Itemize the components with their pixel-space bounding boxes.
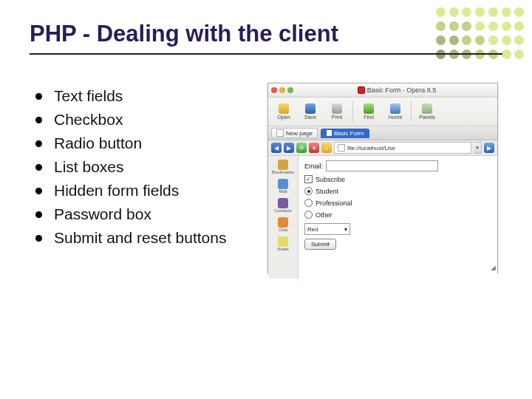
separator <box>352 101 353 122</box>
tab-bar: New page Basic Form <box>268 126 497 140</box>
find-icon <box>364 103 374 114</box>
page-icon <box>338 144 345 151</box>
list-item: Radio button <box>35 134 265 152</box>
sidebar-item-mail[interactable]: Mail <box>268 177 298 196</box>
radio-other[interactable] <box>304 211 313 219</box>
find-button[interactable]: Find <box>356 100 381 123</box>
sidebar-item-chat[interactable]: Chat <box>268 215 298 234</box>
panels-icon <box>422 103 432 114</box>
browser-sidebar: Bookmarks Mail Contacts Chat Notes <box>268 156 299 279</box>
folder-icon <box>279 103 289 114</box>
document-icon <box>327 130 332 136</box>
sidebar-item-contacts[interactable]: Contacts <box>268 196 298 215</box>
bullet-list: Text fields Checkbox Radio button List b… <box>35 81 265 253</box>
home-icon <box>390 103 400 114</box>
traffic-lights[interactable] <box>271 87 293 93</box>
subscribe-checkbox[interactable]: ✓ <box>304 175 313 183</box>
form-page: Email: ✓ Subscribe Student Professional … <box>299 156 497 279</box>
printer-icon <box>332 103 342 114</box>
list-item: Checkbox <box>35 111 265 129</box>
resize-handle[interactable]: ◢ <box>491 264 496 271</box>
list-item: Submit and reset buttons <box>35 229 265 247</box>
new-page-button[interactable]: New page <box>271 128 318 138</box>
address-dropdown[interactable]: ▼ <box>474 142 482 154</box>
bookmarks-icon <box>278 160 288 170</box>
radio-student[interactable] <box>304 187 313 195</box>
print-button[interactable]: Print <box>324 100 349 123</box>
color-select[interactable]: Red ▾ <box>304 223 350 235</box>
email-field[interactable] <box>326 160 438 171</box>
open-button[interactable]: Open <box>271 100 296 123</box>
tab-basic-form[interactable]: Basic Form <box>321 129 369 138</box>
home-nav-button[interactable]: ⌂ <box>321 143 332 153</box>
zoom-icon[interactable] <box>287 87 293 93</box>
radio-professional[interactable] <box>304 199 313 207</box>
disk-icon <box>305 103 316 114</box>
opera-icon <box>358 86 365 94</box>
document-icon <box>276 129 284 137</box>
stop-button[interactable]: ✕ <box>309 143 319 153</box>
go-button[interactable]: ▶ <box>484 143 494 153</box>
browser-mockup: Basic Form - Opera 8.5 Open Save Print F… <box>267 83 498 273</box>
slide-title: PHP - Dealing with the client <box>30 21 502 55</box>
list-item: List boxes <box>35 158 265 176</box>
back-button[interactable]: ◀ <box>271 143 282 153</box>
minimize-icon[interactable] <box>279 87 285 93</box>
window-title: Basic Form - Opera 8.5 <box>367 86 437 94</box>
list-item: Password box <box>35 205 265 223</box>
subscribe-label: Subscribe <box>316 176 345 183</box>
email-label: Email: <box>304 163 323 170</box>
window-titlebar: Basic Form - Opera 8.5 <box>268 83 497 98</box>
submit-button[interactable]: Submit <box>304 239 336 250</box>
list-item: Text fields <box>35 87 265 105</box>
save-button[interactable]: Save <box>298 100 323 123</box>
chat-icon <box>278 217 288 228</box>
sidebar-item-bookmarks[interactable]: Bookmarks <box>268 157 298 177</box>
address-input[interactable]: file://localhost/Use <box>334 142 471 154</box>
panels-button[interactable]: Panels <box>415 100 440 123</box>
address-bar: ◀ ▶ ⟳ ✕ ⌂ file://localhost/Use ▼ ▶ <box>268 140 497 156</box>
forward-button[interactable]: ▶ <box>284 143 294 153</box>
list-item: Hidden form fields <box>35 182 265 200</box>
mail-icon <box>278 179 288 189</box>
home-button[interactable]: Home <box>383 100 408 123</box>
contacts-icon <box>278 198 288 208</box>
sidebar-item-notes[interactable]: Notes <box>268 234 298 253</box>
close-icon[interactable] <box>271 87 277 93</box>
browser-toolbar: Open Save Print Find Home Panels <box>268 98 497 126</box>
separator <box>411 101 412 122</box>
chevron-down-icon: ▾ <box>344 226 347 233</box>
reload-button[interactable]: ⟳ <box>296 143 307 153</box>
notes-icon <box>278 236 288 247</box>
